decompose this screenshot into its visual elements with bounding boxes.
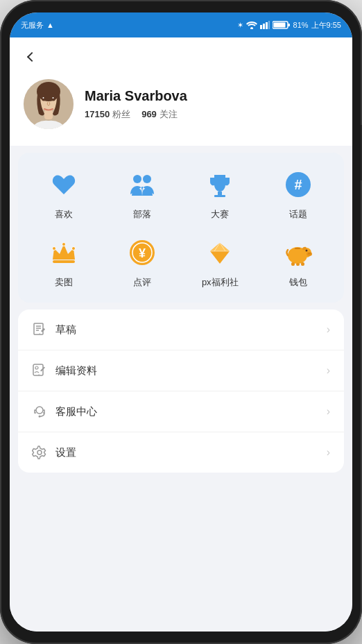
icon-contest[interactable]: 大赛 <box>181 167 259 221</box>
menu-item-edit-profile[interactable]: 编辑资料 › <box>18 350 344 391</box>
back-button[interactable] <box>21 46 43 68</box>
contest-label: 大赛 <box>211 208 229 221</box>
draft-icon <box>32 322 47 337</box>
svg-point-50 <box>36 407 43 414</box>
svg-point-34 <box>308 253 309 255</box>
followers-stat: 17150 粉丝 <box>85 108 130 121</box>
no-service-text: 无服务 <box>21 20 44 31</box>
svg-point-49 <box>35 366 38 369</box>
following-stat: 969 关注 <box>141 108 178 121</box>
svg-rect-19 <box>218 192 222 195</box>
svg-point-13 <box>42 96 46 101</box>
phone-shell: 无服务 ▲ ✶ <box>0 0 362 644</box>
topic-label: 话题 <box>289 208 307 221</box>
battery-text <box>273 21 291 29</box>
px-label: px福利社 <box>202 276 239 289</box>
icon-review[interactable]: ¥ 点评 <box>103 235 182 289</box>
svg-text:#: # <box>294 177 302 192</box>
svg-rect-3 <box>266 22 268 29</box>
svg-rect-40 <box>301 262 304 266</box>
draft-label: 草稿 <box>55 323 318 337</box>
contest-icon <box>202 167 238 203</box>
menu-item-draft[interactable]: 草稿 › <box>18 310 344 350</box>
following-label: 关注 <box>160 108 178 121</box>
svg-rect-41 <box>295 248 300 249</box>
wallet-icon <box>280 235 316 271</box>
phone-screen: 无服务 ▲ ✶ <box>10 12 352 632</box>
svg-rect-12 <box>44 110 53 119</box>
wallet-label: 钱包 <box>289 276 307 289</box>
svg-point-16 <box>53 97 54 99</box>
svg-point-33 <box>307 252 312 256</box>
sell-icon <box>46 235 82 271</box>
status-right: ✶ <box>237 20 341 31</box>
menu-item-customer-service[interactable]: 客服中心 › <box>18 391 344 432</box>
svg-rect-1 <box>260 25 262 29</box>
profile-section: Maria Svarbova 17150 粉丝 969 关注 <box>10 68 352 146</box>
following-count: 969 <box>141 109 157 119</box>
icon-topic[interactable]: # 话题 <box>259 167 338 221</box>
main-content: Maria Svarbova 17150 粉丝 969 关注 <box>10 37 352 632</box>
like-label: 喜欢 <box>55 208 73 221</box>
svg-rect-39 <box>296 263 300 266</box>
icon-like[interactable]: 喜欢 <box>25 167 103 221</box>
edit-profile-arrow: › <box>327 364 330 377</box>
svg-rect-2 <box>263 24 265 29</box>
menu-item-settings[interactable]: 设置 › <box>18 432 344 473</box>
customer-service-icon <box>32 404 47 419</box>
back-arrow-icon <box>27 52 37 62</box>
svg-text:¥: ¥ <box>139 246 146 260</box>
edit-profile-label: 编辑资料 <box>55 364 318 378</box>
svg-point-18 <box>143 175 151 183</box>
draft-arrow: › <box>327 323 330 336</box>
svg-rect-6 <box>288 24 290 26</box>
signal-icons: ▲ <box>46 21 54 29</box>
header <box>10 37 352 68</box>
icon-sell[interactable]: 卖图 <box>25 235 103 289</box>
icon-tribe[interactable]: 部落 <box>103 167 182 221</box>
svg-rect-38 <box>291 262 295 266</box>
status-bar: 无服务 ▲ ✶ <box>10 12 352 37</box>
customer-service-arrow: › <box>327 405 330 418</box>
wifi-bars <box>246 21 257 29</box>
svg-point-25 <box>62 243 66 246</box>
svg-point-36 <box>305 250 307 252</box>
settings-label: 设置 <box>55 446 318 459</box>
px-icon <box>202 235 238 271</box>
menu-section: 草稿 › 编辑资料 <box>18 310 344 473</box>
icons-section: 喜欢 <box>18 153 344 303</box>
tribe-label: 部落 <box>133 208 151 221</box>
svg-point-35 <box>309 253 311 255</box>
icons-grid: 喜欢 <box>25 167 337 289</box>
svg-rect-4 <box>268 21 270 29</box>
settings-icon <box>32 445 47 460</box>
svg-point-26 <box>72 247 76 251</box>
topic-icon: # <box>280 167 316 203</box>
edit-profile-icon <box>32 363 47 378</box>
svg-point-15 <box>43 97 44 99</box>
svg-point-11 <box>37 82 60 101</box>
svg-rect-23 <box>53 260 75 263</box>
svg-rect-42 <box>34 323 43 334</box>
review-icon: ¥ <box>124 235 160 271</box>
icon-wallet[interactable]: 钱包 <box>259 235 338 289</box>
profile-name: Maria Svarbova <box>85 88 187 104</box>
customer-service-label: 客服中心 <box>55 405 318 418</box>
svg-point-14 <box>51 96 55 101</box>
bluetooth-icon: ✶ <box>237 21 243 30</box>
svg-point-17 <box>133 175 141 183</box>
review-label: 点评 <box>133 276 151 289</box>
icon-px[interactable]: px福利社 <box>181 235 259 289</box>
svg-rect-7 <box>273 23 285 28</box>
status-left: 无服务 ▲ <box>21 20 54 31</box>
profile-stats: 17150 粉丝 969 关注 <box>85 108 187 121</box>
time: 上午9:55 <box>311 20 341 31</box>
svg-point-0 <box>250 27 253 29</box>
followers-label: 粉丝 <box>112 108 130 121</box>
cellular-icon <box>260 21 270 29</box>
svg-point-52 <box>37 450 42 455</box>
avatar <box>24 79 74 129</box>
like-icon <box>46 167 82 203</box>
battery-percent: 81% <box>293 21 309 29</box>
profile-info: Maria Svarbova 17150 粉丝 969 关注 <box>85 88 187 121</box>
